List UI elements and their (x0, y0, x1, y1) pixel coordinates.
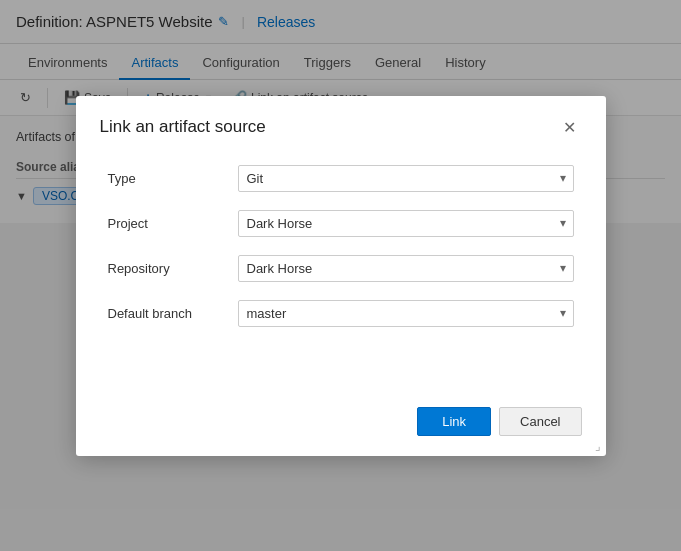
repository-row: Repository Dark Horse (108, 255, 574, 282)
project-select[interactable]: Dark Horse (238, 210, 574, 237)
repository-select-wrapper: Dark Horse (238, 255, 574, 282)
type-select-wrapper: Git TFVC Build GitHub (238, 165, 574, 192)
default-branch-select[interactable]: master develop main (238, 300, 574, 327)
default-branch-select-wrapper: master develop main (238, 300, 574, 327)
cancel-button[interactable]: Cancel (499, 407, 581, 436)
dialog-header: Link an artifact source ✕ (76, 96, 606, 149)
default-branch-label: Default branch (108, 306, 238, 321)
dialog-close-button[interactable]: ✕ (557, 116, 582, 139)
type-label: Type (108, 171, 238, 186)
link-button[interactable]: Link (417, 407, 491, 436)
dialog-footer: Link Cancel (76, 395, 606, 456)
repository-control: Dark Horse (238, 255, 574, 282)
dialog-body: Type Git TFVC Build GitHub Project (76, 149, 606, 395)
type-control: Git TFVC Build GitHub (238, 165, 574, 192)
project-label: Project (108, 216, 238, 231)
project-control: Dark Horse (238, 210, 574, 237)
type-row: Type Git TFVC Build GitHub (108, 165, 574, 192)
project-select-wrapper: Dark Horse (238, 210, 574, 237)
type-select[interactable]: Git TFVC Build GitHub (238, 165, 574, 192)
default-branch-row: Default branch master develop main (108, 300, 574, 327)
link-artifact-dialog: Link an artifact source ✕ Type Git TFVC … (76, 96, 606, 456)
modal-overlay: Link an artifact source ✕ Type Git TFVC … (0, 0, 681, 551)
project-row: Project Dark Horse (108, 210, 574, 237)
resize-handle-icon: ⌟ (595, 439, 601, 453)
repository-select[interactable]: Dark Horse (238, 255, 574, 282)
default-branch-control: master develop main (238, 300, 574, 327)
repository-label: Repository (108, 261, 238, 276)
dialog-title: Link an artifact source (100, 117, 266, 137)
